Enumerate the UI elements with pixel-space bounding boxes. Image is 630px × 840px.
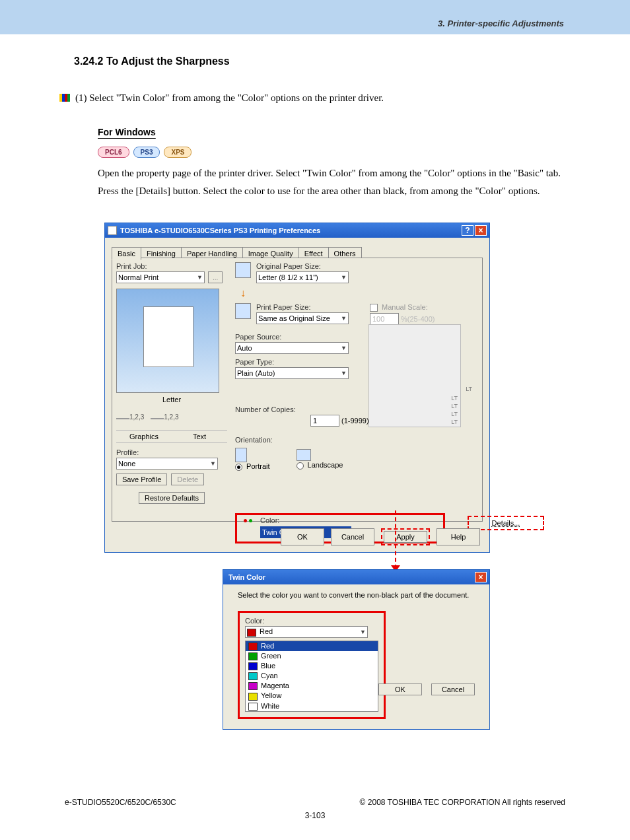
twin-color-option-red[interactable]: Red xyxy=(246,641,378,651)
tray-label: LT xyxy=(451,395,458,402)
tray-label: LT xyxy=(451,419,458,425)
tray-label: LT xyxy=(451,411,458,417)
page-number: 3-103 xyxy=(305,811,326,820)
apply-button[interactable]: Apply xyxy=(384,531,427,543)
restore-defaults-button[interactable]: Restore Defaults xyxy=(139,492,205,504)
paper-type-value: Plain (Auto) xyxy=(237,369,275,377)
manual-scale-input[interactable]: 100 xyxy=(370,313,399,325)
print-job-select[interactable]: Normal Print ▼ xyxy=(116,271,205,283)
chevron-down-icon: ▼ xyxy=(341,274,347,281)
cancel-button[interactable]: Cancel xyxy=(331,528,374,545)
pill-pcl6: PCL6 xyxy=(98,147,129,158)
text-button[interactable]: Text xyxy=(172,431,227,442)
print-job-settings-button[interactable]: ... xyxy=(208,271,223,283)
twin-color-option-yellow[interactable]: Yellow xyxy=(246,691,378,701)
step-color-chip xyxy=(59,94,70,102)
manual-scale-range: %(25-400) xyxy=(401,315,435,323)
twin-color-option-white[interactable]: White xyxy=(246,701,378,711)
close-icon[interactable]: × xyxy=(475,225,487,236)
original-size-select[interactable]: Letter (8 1/2 x 11") ▼ xyxy=(256,271,349,283)
twin-color-highlight: Color: Red ▼ RedGreenBlueCyanMagentaYell… xyxy=(238,611,386,719)
color-option-label: Cyan xyxy=(261,672,278,680)
help-icon[interactable]: ? xyxy=(462,225,473,236)
twin-color-option-magenta[interactable]: Magenta xyxy=(246,681,378,691)
tray-label-lt: LT xyxy=(466,386,472,392)
twin-cancel-button[interactable]: Cancel xyxy=(431,683,475,695)
twin-color-option-blue[interactable]: Blue xyxy=(246,661,378,671)
tab-basic[interactable]: Basic xyxy=(112,247,141,260)
chevron-down-icon: ▼ xyxy=(197,274,203,281)
footer-model: e-STUDIO5520C/6520C/6530C xyxy=(65,798,176,807)
save-profile-button[interactable]: Save Profile xyxy=(116,473,167,485)
twin-color-select[interactable]: Red ▼ xyxy=(245,626,368,638)
portrait-label: Portrait xyxy=(246,462,269,470)
chevron-down-icon: ▼ xyxy=(341,315,347,322)
app-icon xyxy=(108,226,117,235)
paper-size-label: Letter xyxy=(116,396,227,403)
page-footer: e-STUDIO5520C/6520C/6530C © 2008 TOSHIBA… xyxy=(0,798,630,807)
close-icon[interactable]: × xyxy=(475,572,487,582)
tray-label: LT xyxy=(451,403,458,409)
chevron-down-icon: ▼ xyxy=(210,460,216,467)
portrait-radio[interactable] xyxy=(235,464,242,471)
twin-color-dialog: Twin Color × Select the color you want t… xyxy=(223,569,490,730)
twin-instruction-text: Select the color you want to convert the… xyxy=(238,591,475,599)
delete-profile-button[interactable]: Delete xyxy=(171,473,204,485)
twin-dialog-title: Twin Color xyxy=(228,573,473,581)
paper-source-value: Auto xyxy=(237,344,252,352)
landscape-radio[interactable] xyxy=(297,462,304,470)
yellow-swatch-icon xyxy=(248,693,258,701)
arrow-down-icon: ↓ xyxy=(235,287,251,299)
manual-scale-label: Manual Scale: xyxy=(382,303,428,311)
title-bar: TOSHIBA e-STUDIO6530CSeries PS3 Printing… xyxy=(105,223,489,238)
chevron-down-icon: ▼ xyxy=(341,345,347,351)
landscape-label: Landscape xyxy=(308,461,343,469)
footer-copyright: © 2008 TOSHIBA TEC CORPORATION All right… xyxy=(360,798,565,807)
red-swatch-icon xyxy=(248,643,258,650)
paper-source-select[interactable]: Auto ▼ xyxy=(235,342,349,354)
color-option-label: Yellow xyxy=(261,691,281,699)
print-size-value: Same as Original Size xyxy=(258,314,330,322)
twin-title-bar: Twin Color × xyxy=(223,570,489,584)
twin-ok-button[interactable]: OK xyxy=(378,683,422,695)
graphics-icon xyxy=(116,409,129,419)
original-size-value: Letter (8 1/2 x 11") xyxy=(258,273,318,281)
print-job-value: Normal Print xyxy=(118,273,158,281)
color-option-label: Magenta xyxy=(261,682,289,689)
manual-scale-checkbox[interactable] xyxy=(370,304,378,312)
twin-color-option-green[interactable]: Green xyxy=(246,651,378,661)
color-option-label: Blue xyxy=(261,662,275,670)
graphics-text-row: Graphics Text xyxy=(116,430,227,443)
twin-color-label: Color: xyxy=(245,617,378,625)
twin-selected-value: Red xyxy=(260,627,273,635)
dialog-title: TOSHIBA e-STUDIO6530CSeries PS3 Printing… xyxy=(120,227,460,234)
color-icon xyxy=(241,518,256,532)
magenta-swatch-icon xyxy=(248,682,258,690)
header-chapter: 3. Printer-specific Adjustments xyxy=(438,18,564,28)
twin-color-option-cyan[interactable]: Cyan xyxy=(246,671,378,681)
chevron-down-icon: ▼ xyxy=(360,629,366,635)
original-size-icon xyxy=(235,262,251,278)
color-option-label: Red xyxy=(261,642,274,650)
green-swatch-icon xyxy=(248,652,258,660)
ok-button[interactable]: OK xyxy=(281,528,324,545)
twin-color-list[interactable]: RedGreenBlueCyanMagentaYellowWhite xyxy=(245,641,378,712)
section-title: 3.24.2 To Adjust the Sharpness xyxy=(74,55,230,67)
copies-input[interactable]: 1 xyxy=(310,415,339,427)
paper-type-select[interactable]: Plain (Auto) ▼ xyxy=(235,367,349,379)
color-label: Color: xyxy=(260,516,279,524)
print-job-label: Print Job: xyxy=(116,262,227,270)
cyan-swatch-icon xyxy=(248,672,258,680)
profile-value: None xyxy=(118,460,135,468)
orientation-label: Orientation: xyxy=(235,436,478,444)
pill-ps3: PS3 xyxy=(133,147,160,158)
graphics-button[interactable]: Graphics xyxy=(116,431,172,442)
color-option-label: Green xyxy=(261,652,281,660)
help-button[interactable]: Help xyxy=(437,528,480,545)
copies-range: (1-9999) xyxy=(341,417,369,425)
page-preview xyxy=(116,289,219,393)
profile-select[interactable]: None ▼ xyxy=(116,458,218,470)
print-size-select[interactable]: Same as Original Size ▼ xyxy=(256,312,349,324)
windows-instructions: Open the property page of the printer dr… xyxy=(98,164,567,200)
printing-preferences-dialog: TOSHIBA e-STUDIO6530CSeries PS3 Printing… xyxy=(104,223,490,553)
